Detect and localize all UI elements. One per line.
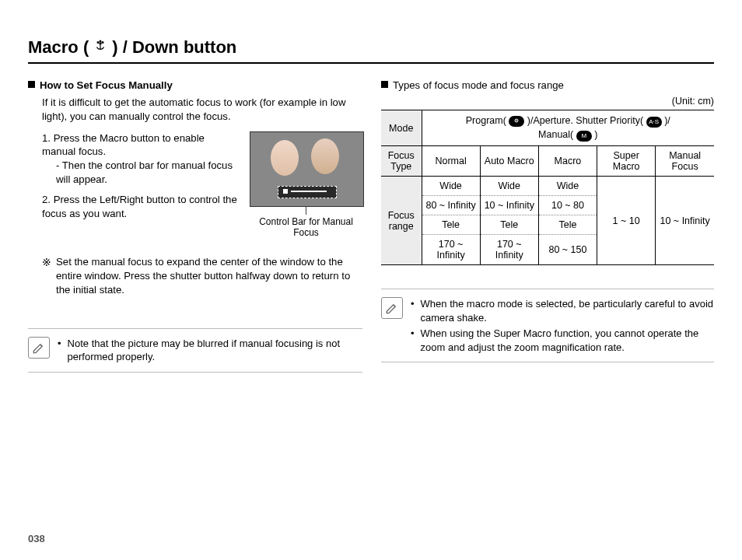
tele-val-macro: 80 ~ 150 [538,235,597,265]
aperture-shutter-priority-icon: A·S [646,117,662,128]
wide-label-3: Wide [538,177,597,196]
note-box-left: Note that the picture may be blurred if … [28,328,362,373]
focus-type-manual-focus: Manual Focus [656,146,714,177]
note-right-1: When the macro mode is selected, be part… [421,297,714,324]
focus-range-table: Mode Program( )/Aperture. Shutter Priori… [381,110,714,265]
wide-label-1: Wide [422,177,480,196]
square-bullet-icon [381,81,388,88]
svg-point-3 [100,40,102,43]
example-photo-block: Control Bar for Manual Focus [250,131,362,239]
program-mode-icon [509,116,524,127]
mode-text-d: Manual( [538,129,573,140]
mode-text-b: )/Aperture. Shutter Priority( [527,115,643,126]
wide-val-normal: 80 ~ Infinity [422,196,480,215]
focus-type-header: Focus Type [381,146,422,177]
svg-point-0 [100,42,102,44]
tele-label-3: Tele [538,215,597,235]
note-box-right: When the macro mode is selected, be part… [381,289,714,362]
wide-val-auto-macro: 10 ~ Infinity [480,196,538,215]
mode-text-c: )/ [664,115,670,126]
tele-val-normal: 170 ~ Infinity [422,235,480,265]
step-2: 2. Press the Left/Right button to contro… [42,193,239,221]
focus-range-header: Focus range [381,177,422,265]
tele-val-auto-macro: 170 ~ Infinity [480,235,538,265]
right-heading-text: Types of focus mode and focus range [393,79,564,91]
page-number: 038 [28,533,45,544]
focus-type-super-macro: Super Macro [597,146,656,177]
square-bullet-icon [28,81,35,88]
reference-note: ※ Set the manual focus to expand the cen… [42,255,362,296]
tele-label-2: Tele [480,215,538,235]
note-text-left: Note that the picture may be blurred if … [58,337,362,364]
bullet-icon [58,337,66,364]
mode-header: Mode [381,110,422,146]
control-bar-overlay [278,186,337,198]
focus-type-normal: Normal [422,146,480,177]
left-heading-text: How to Set Focus Manually [40,79,173,91]
unit-label: (Unit: cm) [381,96,714,107]
title-prefix: Macro ( [28,37,89,58]
left-heading: How to Set Focus Manually [28,79,362,91]
svg-point-1 [97,41,100,44]
note-pencil-icon [381,297,403,319]
manual-focus-value: 10 ~ Infinity [656,177,714,265]
note-pencil-icon [28,337,50,359]
reference-text: Set the manual focus to expand the cente… [56,255,362,296]
mode-text-e: ) [594,129,597,140]
focus-type-auto-macro: Auto Macro [480,146,538,177]
bullet-icon [411,297,419,324]
wide-val-macro: 10 ~ 80 [538,196,597,215]
right-column: Types of focus mode and focus range (Uni… [381,79,714,373]
mode-text-a: Program( [466,115,506,126]
example-photo [250,131,364,207]
manual-mode-icon: M [576,131,592,142]
intro-paragraph: If it is difficult to get the automatic … [42,96,362,124]
photo-caption: Control Bar for Manual Focus [250,216,362,239]
tele-label-1: Tele [422,215,480,235]
reference-mark-icon: ※ [42,255,51,296]
svg-point-2 [102,41,104,44]
focus-type-macro: Macro [538,146,597,177]
flower-icon [93,37,107,58]
note-right-2: When using the Super Macro function, you… [421,327,714,354]
bullet-icon [411,327,419,354]
right-heading: Types of focus mode and focus range [381,79,714,91]
step-1-sub: - Then the control bar for manual focus … [56,159,239,187]
step-1: 1. Press the Macro button to enable manu… [42,131,239,187]
page-title: Macro ( ) / Down button [28,37,714,64]
mode-value: Program( )/Aperture. Shutter Priority( A… [422,110,714,146]
super-macro-value: 1 ~ 10 [597,177,656,265]
wide-label-2: Wide [480,177,538,196]
note-text-right: When the macro mode is selected, be part… [411,297,714,354]
title-suffix: ) / Down button [112,37,236,58]
pointer-line [306,207,306,215]
left-column: How to Set Focus Manually If it is diffi… [28,79,362,373]
note-left-content: Note that the picture may be blurred if … [68,337,362,364]
step-1-text: 1. Press the Macro button to enable manu… [42,132,205,158]
svg-point-6 [516,120,518,121]
